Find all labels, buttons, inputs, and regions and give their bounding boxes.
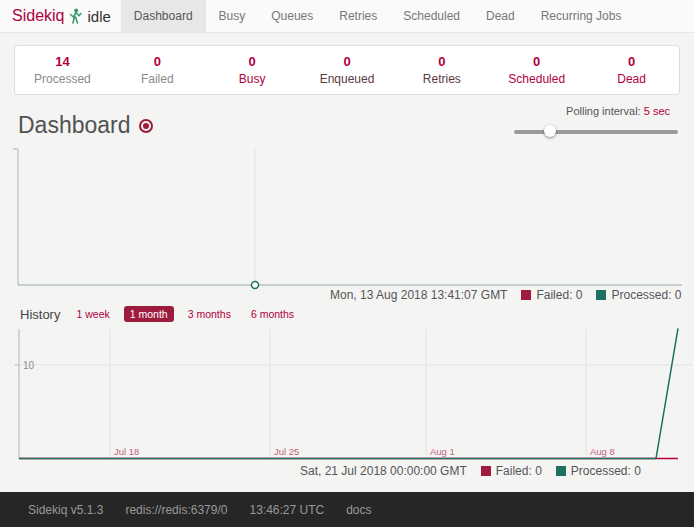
stat-dead[interactable]: 0 Dead: [584, 46, 679, 94]
live-beacon-icon: [139, 119, 153, 133]
brand[interactable]: Sidekiq idle: [0, 0, 121, 32]
tab-recurring-jobs[interactable]: Recurring Jobs: [528, 0, 635, 32]
processed-swatch-icon: [596, 290, 606, 300]
history-legend: Sat, 21 Jul 2018 00:00:00 GMT Failed: 0 …: [0, 464, 694, 478]
polling-interval-value: 5 sec: [644, 105, 670, 117]
failed-swatch-icon: [521, 290, 531, 300]
tab-retries[interactable]: Retries: [326, 0, 390, 32]
stat-enqueued[interactable]: 0 Enqueued: [300, 46, 395, 94]
realtime-processed-count: Processed: 0: [611, 288, 681, 302]
stat-dead-link[interactable]: Dead: [617, 72, 646, 86]
x-tick-aug-8: Aug 8: [590, 446, 615, 457]
status-text: idle: [87, 8, 110, 25]
stat-enqueued-link[interactable]: Enqueued: [320, 72, 375, 86]
history-header: History 1 week 1 month 3 months 6 months: [20, 306, 300, 322]
history-chart: 10 Jul 18 Jul 25 Aug 1 Aug 8: [0, 326, 694, 464]
nav-tabs: Dashboard Busy Queues Retries Scheduled …: [121, 0, 635, 32]
polling-interval: Polling interval: 5 sec: [510, 105, 680, 137]
tab-busy[interactable]: Busy: [206, 0, 259, 32]
x-tick-jul-18: Jul 18: [114, 446, 139, 457]
history-title: History: [20, 307, 60, 322]
realtime-legend-time: Mon, 13 Aug 2018 13:41:07 GMT: [330, 288, 507, 302]
stat-enqueued-value: 0: [343, 54, 350, 69]
x-tick-aug-1: Aug 1: [430, 446, 455, 457]
stat-processed: 14 Processed: [15, 46, 110, 94]
footer: Sidekiq v5.1.3 redis://redis:6379/0 13:4…: [0, 492, 694, 527]
page-title: Dashboard: [18, 112, 131, 139]
stat-scheduled[interactable]: 0 Scheduled: [489, 46, 584, 94]
brand-name: Sidekiq: [12, 7, 64, 25]
stat-busy-value: 0: [249, 54, 256, 69]
x-tick-jul-25: Jul 25: [274, 446, 299, 457]
realtime-legend: Mon, 13 Aug 2018 13:41:07 GMT Failed: 0 …: [0, 288, 694, 302]
stat-dead-value: 0: [628, 54, 635, 69]
stat-busy-link[interactable]: Busy: [239, 72, 266, 86]
range-1-month-button[interactable]: 1 month: [124, 306, 174, 322]
navbar: Sidekiq idle Dashboard Busy Queues Retri…: [0, 0, 694, 33]
history-processed-line: [19, 328, 678, 458]
tab-queues[interactable]: Queues: [258, 0, 326, 32]
summary-bar: 14 Processed 0 Failed 0 Busy 0 Enqueued …: [14, 45, 680, 95]
stat-failed: 0 Failed: [110, 46, 205, 94]
stat-failed-label: Failed: [141, 72, 174, 86]
range-6-months-button[interactable]: 6 months: [245, 306, 300, 322]
processed-swatch-icon: [556, 466, 566, 476]
realtime-chart: [0, 145, 694, 293]
failed-swatch-icon: [481, 466, 491, 476]
history-legend-time: Sat, 21 Jul 2018 00:00:00 GMT: [300, 464, 467, 478]
stat-busy[interactable]: 0 Busy: [205, 46, 300, 94]
dashboard-header: Dashboard: [18, 112, 153, 139]
stat-retries-value: 0: [438, 54, 445, 69]
history-processed-count: Processed: 0: [571, 464, 641, 478]
footer-utc-time: 13:46:27 UTC: [249, 503, 324, 517]
stat-processed-value: 14: [55, 54, 69, 69]
footer-version: Sidekiq v5.1.3: [28, 503, 103, 517]
stat-failed-value: 0: [154, 54, 161, 69]
tab-dashboard[interactable]: Dashboard: [121, 0, 206, 32]
sidekiq-logo-icon: [69, 8, 82, 24]
stat-scheduled-value: 0: [533, 54, 540, 69]
stat-retries-link[interactable]: Retries: [423, 72, 461, 86]
stat-scheduled-link[interactable]: Scheduled: [508, 72, 565, 86]
history-range-buttons: 1 week 1 month 3 months 6 months: [70, 306, 300, 322]
docs-link[interactable]: docs: [346, 503, 371, 517]
slider-thumb[interactable]: [544, 125, 556, 137]
y-tick-10: 10: [23, 360, 35, 371]
tab-dead[interactable]: Dead: [473, 0, 528, 32]
realtime-failed-count: Failed: 0: [536, 288, 582, 302]
slider-track[interactable]: [514, 130, 678, 134]
stat-processed-label: Processed: [34, 72, 91, 86]
history-failed-count: Failed: 0: [496, 464, 542, 478]
range-1-week-button[interactable]: 1 week: [70, 306, 115, 322]
range-3-months-button[interactable]: 3 months: [182, 306, 237, 322]
tab-scheduled[interactable]: Scheduled: [390, 0, 473, 32]
footer-redis-url: redis://redis:6379/0: [125, 503, 227, 517]
polling-interval-slider[interactable]: [510, 125, 680, 137]
stat-retries[interactable]: 0 Retries: [394, 46, 489, 94]
polling-interval-label: Polling interval:: [566, 105, 641, 117]
